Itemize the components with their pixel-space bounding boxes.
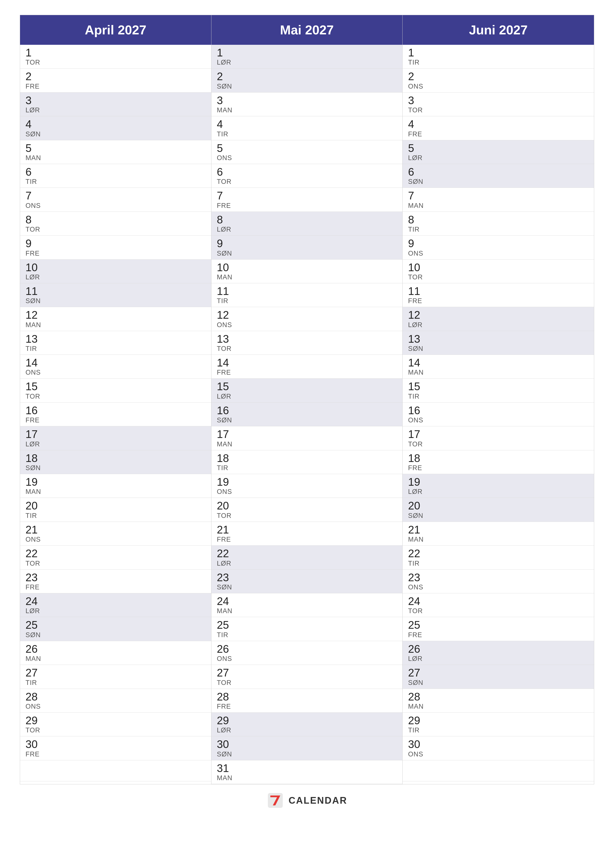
day-cell: 30SØN (211, 736, 403, 760)
day-number: 29 (408, 715, 589, 727)
logo-area: CALENDAR (267, 792, 347, 809)
day-abbreviation: TOR (25, 226, 206, 233)
day-number: 27 (408, 667, 589, 679)
day-abbreviation: SØN (408, 345, 589, 353)
day-cell: 29LØR (211, 713, 403, 736)
day-number: 15 (25, 381, 206, 392)
day-number: 1 (217, 47, 397, 59)
day-cell: 2ONS (403, 68, 594, 92)
day-abbreviation: SØN (217, 583, 397, 591)
day-cell: 6TIR (20, 164, 211, 188)
day-number: 7 (25, 190, 206, 202)
day-abbreviation: ONS (25, 369, 206, 377)
day-number: 12 (408, 309, 589, 321)
day-abbreviation: TIR (408, 560, 589, 567)
day-number: 23 (25, 572, 206, 583)
day-cell: 15TOR (20, 378, 211, 402)
day-cell: 26ONS (211, 641, 403, 665)
day-cell: 18TIR (211, 450, 403, 474)
svg-rect-0 (268, 793, 283, 808)
day-cell: 19ONS (211, 474, 403, 498)
day-number: 20 (217, 500, 397, 512)
day-abbreviation: TIR (408, 59, 589, 66)
day-abbreviation: ONS (408, 750, 589, 758)
day-cell: 2SØN (211, 68, 403, 92)
day-number: 30 (408, 738, 589, 750)
day-abbreviation: LØR (408, 655, 589, 663)
day-number: 11 (217, 285, 397, 297)
day-abbreviation: TIR (217, 464, 397, 472)
day-number: 17 (217, 428, 397, 440)
day-number: 23 (408, 572, 589, 583)
day-number: 11 (408, 285, 589, 297)
day-number: 14 (25, 357, 206, 369)
day-abbreviation: LØR (217, 727, 397, 734)
day-abbreviation: SØN (25, 130, 206, 138)
day-cell: 8LØR (211, 212, 403, 236)
day-number: 28 (217, 691, 397, 703)
day-number: 14 (408, 357, 589, 369)
day-abbreviation: TOR (25, 560, 206, 567)
day-cell: 25FRE (403, 617, 594, 641)
day-cell: 13TIR (20, 331, 211, 355)
day-abbreviation: LØR (25, 106, 206, 114)
day-cell: 10TOR (403, 260, 594, 283)
logo-text: CALENDAR (288, 795, 347, 806)
day-abbreviation: FRE (408, 130, 589, 138)
day-number: 24 (25, 595, 206, 607)
day-cell: 4FRE (403, 116, 594, 140)
day-cell: 17LØR (20, 426, 211, 450)
day-abbreviation: MAN (217, 440, 397, 448)
day-number: 8 (25, 214, 206, 226)
day-number: 1 (25, 47, 206, 59)
day-cell: 29TOR (20, 713, 211, 736)
day-abbreviation: ONS (408, 417, 589, 424)
day-number: 5 (408, 142, 589, 154)
day-abbreviation: MAN (25, 321, 206, 329)
day-abbreviation: LØR (217, 59, 397, 66)
day-abbreviation: MAN (25, 488, 206, 496)
day-number: 19 (408, 476, 589, 488)
day-abbreviation: TIR (217, 631, 397, 639)
day-number: 2 (25, 71, 206, 82)
day-cell: 11TIR (211, 283, 403, 307)
day-number: 20 (408, 500, 589, 512)
month-title-2: Juni 2027 (403, 15, 594, 45)
day-abbreviation: ONS (25, 536, 206, 543)
day-abbreviation: LØR (25, 273, 206, 281)
day-abbreviation: TIR (25, 345, 206, 353)
day-number: 30 (217, 738, 397, 750)
day-abbreviation: FRE (25, 250, 206, 257)
day-number: 2 (408, 71, 589, 82)
day-number: 10 (25, 262, 206, 273)
day-cell: 15TIR (403, 378, 594, 402)
day-abbreviation: TIR (408, 393, 589, 400)
day-number: 23 (217, 572, 397, 583)
day-number: 5 (217, 142, 397, 154)
day-number: 6 (408, 166, 589, 178)
day-cell: 3MAN (211, 93, 403, 116)
day-cell: 16SØN (211, 403, 403, 426)
day-number: 7 (408, 190, 589, 202)
day-abbreviation: ONS (217, 488, 397, 496)
day-abbreviation: FRE (25, 750, 206, 758)
day-cell: 22LØR (211, 546, 403, 569)
day-cell: 25SØN (20, 617, 211, 641)
day-abbreviation: MAN (217, 106, 397, 114)
day-number: 28 (25, 691, 206, 703)
day-abbreviation: TIR (408, 226, 589, 233)
day-cell: 21FRE (211, 522, 403, 546)
day-abbreviation: ONS (408, 250, 589, 257)
month-column-2: Juni 20271TIR2ONS3TOR4FRE5LØR6SØN7MAN8TI… (403, 15, 594, 784)
day-number: 21 (25, 524, 206, 536)
day-number: 3 (408, 95, 589, 106)
day-cell: 23SØN (211, 570, 403, 594)
day-abbreviation: TOR (408, 440, 589, 448)
day-cell: 28ONS (20, 689, 211, 713)
day-cell: 9FRE (20, 236, 211, 259)
day-number: 10 (217, 262, 397, 273)
day-cell: 27TOR (211, 665, 403, 688)
day-number: 19 (25, 476, 206, 488)
day-abbreviation: LØR (217, 560, 397, 567)
day-abbreviation: TIR (408, 727, 589, 734)
